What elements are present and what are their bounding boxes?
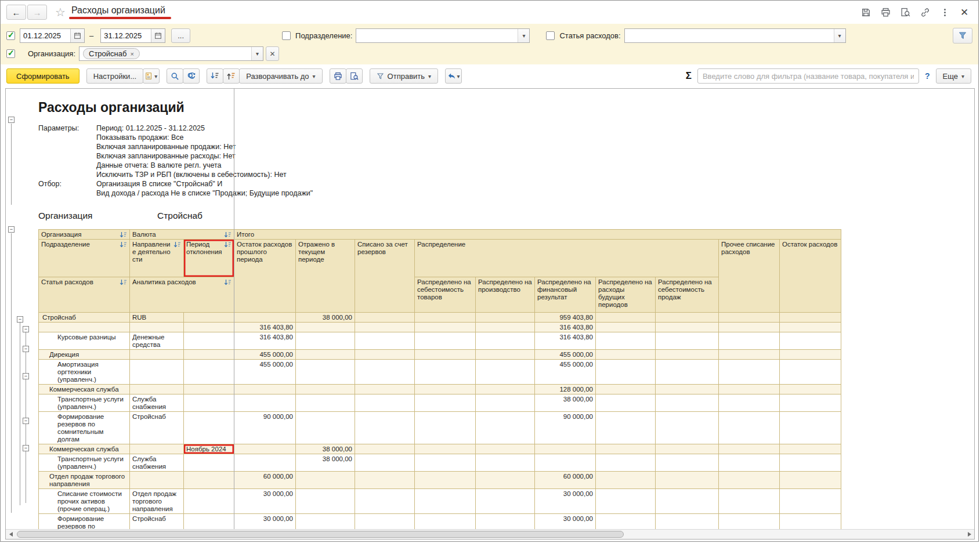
cell[interactable] bbox=[355, 472, 415, 489]
cell[interactable]: 30 000,00 bbox=[234, 514, 296, 530]
cell[interactable] bbox=[415, 332, 476, 350]
cell[interactable] bbox=[415, 350, 476, 360]
cell[interactable] bbox=[656, 332, 719, 350]
table-row[interactable]: Коммерческая службаНоябрь 202438 000,00 bbox=[39, 444, 841, 454]
save-icon[interactable] bbox=[860, 6, 871, 18]
cell[interactable] bbox=[476, 472, 535, 489]
cell[interactable]: 60 000,00 bbox=[535, 472, 596, 489]
cell[interactable] bbox=[656, 489, 719, 514]
cell[interactable]: Денежные средства bbox=[130, 332, 184, 350]
cell[interactable] bbox=[656, 360, 719, 385]
cell[interactable] bbox=[415, 454, 476, 472]
cell[interactable]: 30 000,00 bbox=[535, 514, 596, 530]
cell[interactable] bbox=[355, 412, 415, 444]
cell[interactable] bbox=[184, 489, 234, 514]
cell[interactable] bbox=[596, 394, 656, 412]
cell[interactable] bbox=[184, 313, 234, 323]
cell[interactable] bbox=[719, 514, 780, 530]
cell[interactable] bbox=[780, 412, 841, 444]
group-row-toggle[interactable]: − bbox=[23, 418, 29, 424]
cell[interactable] bbox=[234, 444, 296, 454]
cell[interactable] bbox=[719, 412, 780, 444]
period-from-input[interactable] bbox=[20, 29, 70, 42]
cell[interactable] bbox=[476, 489, 535, 514]
cell[interactable] bbox=[296, 394, 355, 412]
cell[interactable]: Формирование резервов по сомнительным до… bbox=[39, 514, 130, 530]
cell[interactable] bbox=[719, 360, 780, 385]
cell[interactable] bbox=[656, 454, 719, 472]
cell[interactable] bbox=[476, 323, 535, 332]
header-cell[interactable]: Прочее списание расходов bbox=[719, 240, 780, 313]
cell[interactable]: Формирование резервов по сомнительным до… bbox=[39, 412, 130, 444]
cell[interactable] bbox=[355, 454, 415, 472]
report-variants-button[interactable] bbox=[143, 68, 160, 84]
header-cell[interactable]: Период отклонения bbox=[184, 240, 234, 277]
more-button[interactable]: Еще bbox=[936, 68, 971, 84]
cell[interactable] bbox=[184, 454, 234, 472]
cell[interactable] bbox=[780, 444, 841, 454]
cell[interactable] bbox=[476, 444, 535, 454]
print-preview-icon[interactable] bbox=[899, 6, 911, 18]
sort-icon[interactable] bbox=[173, 241, 181, 248]
group-row-toggle[interactable]: − bbox=[23, 445, 29, 451]
table-row[interactable]: Транспортные услуги (управленч.)Служба с… bbox=[39, 454, 841, 472]
cell[interactable] bbox=[719, 385, 780, 394]
cell[interactable] bbox=[130, 350, 184, 360]
cell[interactable] bbox=[780, 454, 841, 472]
table-row[interactable]: Дирекция455 000,00455 000,00 bbox=[39, 350, 841, 360]
table-row[interactable]: Транспортные услуги (управленч.)Служба с… bbox=[39, 394, 841, 412]
cell[interactable]: Транспортные услуги (управленч.) bbox=[39, 454, 130, 472]
cell[interactable] bbox=[656, 385, 719, 394]
expand-to-button[interactable]: Разворачивать до bbox=[239, 68, 322, 84]
organization-checkbox[interactable] bbox=[6, 49, 15, 58]
header-cell[interactable]: Остаток расходов bbox=[780, 240, 841, 313]
close-icon[interactable]: ✕ bbox=[959, 6, 970, 18]
cell[interactable] bbox=[719, 350, 780, 360]
cell[interactable]: 38 000,00 bbox=[535, 394, 596, 412]
forward-button[interactable]: → bbox=[27, 5, 47, 20]
table-row[interactable]: Коммерческая служба128 000,00 bbox=[39, 385, 841, 394]
header-cell[interactable]: Направление деятельности bbox=[130, 240, 184, 277]
expand-groups-icon[interactable] bbox=[223, 68, 240, 84]
cell[interactable] bbox=[780, 489, 841, 514]
cell[interactable]: 455 000,00 bbox=[535, 360, 596, 385]
cell[interactable]: 38 000,00 bbox=[296, 454, 355, 472]
header-cell[interactable]: Распределено на финансовый результат bbox=[535, 277, 596, 313]
cell[interactable] bbox=[656, 394, 719, 412]
cell[interactable] bbox=[355, 394, 415, 412]
freeze-split-line[interactable] bbox=[234, 89, 234, 529]
header-cell[interactable]: Распределено на расходы будущих периодов bbox=[596, 277, 656, 313]
cell[interactable]: Списание стоимости прочих активов (прочи… bbox=[39, 489, 130, 514]
period-to-input[interactable] bbox=[101, 29, 151, 42]
cell[interactable] bbox=[596, 412, 656, 444]
chevron-down-icon[interactable] bbox=[834, 29, 845, 42]
cell[interactable]: 455 000,00 bbox=[535, 350, 596, 360]
table-row[interactable]: СтройснабRUB38 000,00959 403,80 bbox=[39, 313, 841, 323]
group-level-toggle[interactable]: − bbox=[8, 117, 15, 123]
cell[interactable]: 30 000,00 bbox=[234, 489, 296, 514]
cell[interactable] bbox=[296, 385, 355, 394]
cell[interactable] bbox=[415, 385, 476, 394]
cell[interactable] bbox=[296, 350, 355, 360]
cell[interactable]: Стройснаб bbox=[130, 514, 184, 530]
cell[interactable] bbox=[535, 444, 596, 454]
header-cell[interactable]: Распределено на себестоимость продаж bbox=[656, 277, 719, 313]
cell[interactable]: 60 000,00 bbox=[234, 472, 296, 489]
cell[interactable] bbox=[596, 323, 656, 332]
cell[interactable] bbox=[415, 313, 476, 323]
cell[interactable] bbox=[719, 472, 780, 489]
sort-icon[interactable] bbox=[224, 231, 232, 238]
cell[interactable]: Отдел продаж торгового направления bbox=[39, 472, 130, 489]
cell[interactable] bbox=[355, 323, 415, 332]
table-row[interactable]: Списание стоимости прочих активов (прочи… bbox=[39, 489, 841, 514]
table-row[interactable]: Формирование резервов по сомнительным до… bbox=[39, 412, 841, 444]
cell[interactable]: Амортизация оргтехники (управленч.) bbox=[39, 360, 130, 385]
cell[interactable] bbox=[184, 323, 234, 332]
cell[interactable] bbox=[296, 472, 355, 489]
cell[interactable] bbox=[415, 472, 476, 489]
filter-settings-button[interactable] bbox=[953, 28, 972, 44]
related-reports-button[interactable] bbox=[445, 68, 462, 84]
cell[interactable] bbox=[476, 394, 535, 412]
cell[interactable] bbox=[719, 444, 780, 454]
cell[interactable] bbox=[355, 313, 415, 323]
